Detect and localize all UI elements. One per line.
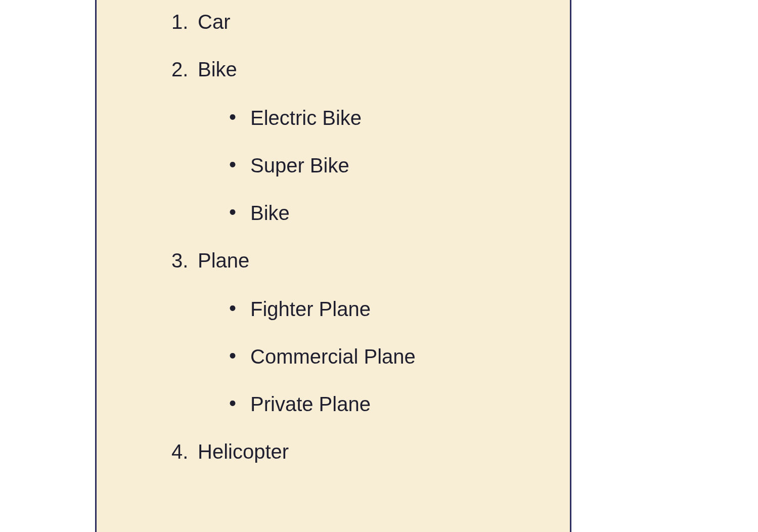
list-item-label: Bike (198, 58, 237, 80)
ordered-list: Car Bike Electric Bike Super Bike Bike P… (97, 9, 570, 464)
list-item: Bike Electric Bike Super Bike Bike (198, 57, 570, 226)
list-item-label: Plane (198, 249, 249, 272)
sublist-item-label: Super Bike (250, 154, 349, 176)
sublist-item-label: Commercial Plane (250, 345, 416, 368)
list-item-label: Helicopter (198, 440, 289, 463)
sublist-item-label: Electric Bike (250, 107, 362, 129)
unordered-sublist: Fighter Plane Commercial Plane Private P… (198, 296, 570, 417)
sublist-item-label: Bike (250, 202, 290, 224)
list-item: Car (198, 9, 570, 34)
list-item: Plane Fighter Plane Commercial Plane Pri… (198, 248, 570, 417)
sublist-item: Electric Bike (250, 105, 570, 130)
sublist-item-label: Fighter Plane (250, 298, 371, 320)
sublist-item-label: Private Plane (250, 393, 371, 415)
sublist-item: Super Bike (250, 153, 570, 178)
list-panel: Car Bike Electric Bike Super Bike Bike P… (95, 0, 571, 532)
unordered-sublist: Electric Bike Super Bike Bike (198, 105, 570, 226)
sublist-item: Private Plane (250, 391, 570, 417)
sublist-item: Bike (250, 200, 570, 226)
list-item-label: Car (198, 11, 230, 33)
sublist-item: Fighter Plane (250, 296, 570, 322)
list-item: Helicopter (198, 439, 570, 464)
sublist-item: Commercial Plane (250, 344, 570, 369)
